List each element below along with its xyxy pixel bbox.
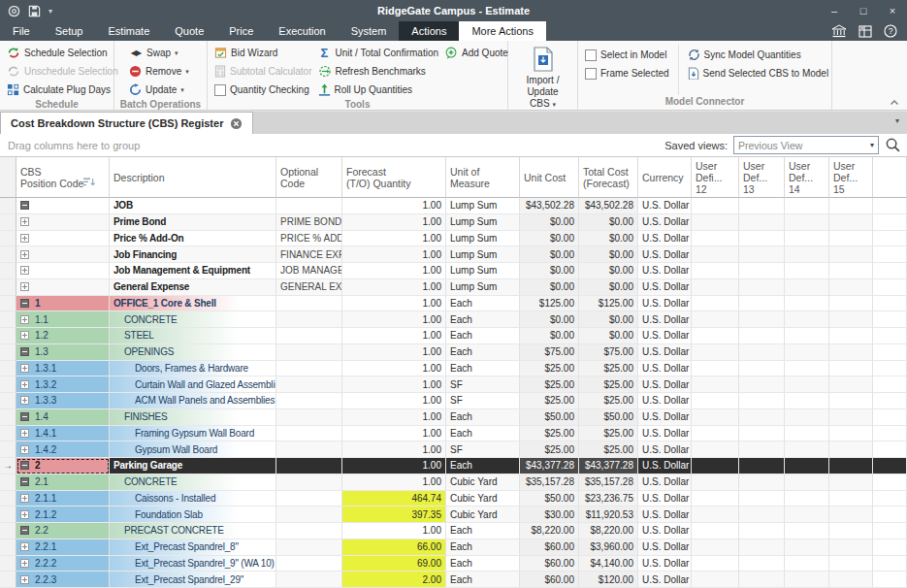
user-def-15-cell[interactable] (829, 311, 873, 328)
user-def-13-cell[interactable] (739, 409, 785, 426)
row-indicator-cell[interactable] (0, 344, 16, 361)
user-def-14-cell[interactable] (785, 231, 829, 247)
user-def-15-cell[interactable] (829, 523, 873, 539)
optional-code-cell[interactable]: JOB MANAGEM... (276, 263, 342, 279)
collapse-icon[interactable] (20, 201, 29, 210)
column-header-description[interactable]: Description (110, 157, 276, 198)
expand-icon[interactable] (20, 542, 29, 551)
quick-access-caret-icon[interactable]: ▾ (49, 7, 52, 16)
column-header-unit_cost[interactable]: Unit Cost (520, 157, 579, 198)
currency-cell[interactable]: U.S. Dollar (638, 361, 692, 377)
user-def-12-cell[interactable] (692, 263, 739, 279)
total-cost-cell[interactable]: $11,920.53 (579, 506, 638, 523)
user-def-14-cell[interactable] (785, 214, 829, 231)
total-cost-cell[interactable]: $0.00 (579, 246, 638, 263)
user-def-15-cell[interactable] (829, 361, 873, 377)
cbs-code-cell[interactable]: 2 (16, 458, 110, 474)
user-def-15-cell[interactable] (829, 556, 873, 572)
user-def-13-cell[interactable] (739, 523, 785, 539)
currency-cell[interactable]: U.S. Dollar (638, 458, 692, 474)
unit-cost-cell[interactable]: $0.00 (520, 311, 579, 328)
cbs-code-cell[interactable] (16, 263, 110, 279)
row-indicator-cell[interactable] (0, 231, 16, 247)
forecast-quantity-cell[interactable]: 1.00 (342, 474, 446, 491)
column-header-optional_code[interactable]: Optional Code (276, 157, 342, 198)
optional-code-cell[interactable] (276, 328, 342, 344)
total-cost-cell[interactable]: $0.00 (579, 328, 638, 344)
cbs-code-cell[interactable]: 1.3.3 (16, 393, 110, 409)
user-def-15-cell[interactable] (829, 263, 873, 279)
description-cell[interactable]: Caissons - Installed (110, 491, 276, 507)
user-def-13-cell[interactable] (739, 231, 785, 247)
total-cost-cell[interactable]: $43,377.28 (579, 458, 638, 474)
total-cost-cell[interactable]: $0.00 (579, 311, 638, 328)
user-def-13-cell[interactable] (739, 296, 785, 312)
expand-icon[interactable] (20, 396, 29, 405)
currency-cell[interactable]: U.S. Dollar (638, 556, 692, 572)
menu-tab-setup[interactable]: Setup (43, 21, 96, 41)
currency-cell[interactable]: U.S. Dollar (638, 263, 692, 279)
minimize-button[interactable]: – (820, 0, 849, 21)
save-icon[interactable] (28, 5, 41, 17)
unit-of-measure-cell[interactable]: SF (446, 441, 520, 458)
optional-code-cell[interactable]: PRIME BOND (276, 214, 342, 231)
unit-cost-cell[interactable]: $25.00 (520, 393, 579, 409)
optional-code-cell[interactable] (276, 393, 342, 409)
cbs-code-cell[interactable]: 2.1 (16, 474, 110, 491)
user-def-14-cell[interactable] (785, 441, 829, 458)
currency-cell[interactable]: U.S. Dollar (638, 231, 692, 247)
user-def-12-cell[interactable] (692, 572, 739, 588)
collapse-icon[interactable] (20, 477, 29, 486)
user-def-12-cell[interactable] (692, 523, 739, 539)
cbs-code-cell[interactable]: 2.2 (16, 523, 110, 539)
cbs-code-cell[interactable]: 2.2.2 (16, 556, 110, 572)
optional-code-cell[interactable] (276, 409, 342, 426)
description-cell[interactable]: Parking Garage (110, 458, 276, 474)
subtotal-calculator-button[interactable]: Subtotal Calculator (211, 63, 315, 80)
unit-cost-cell[interactable]: $25.00 (520, 426, 579, 442)
unit-of-measure-cell[interactable]: SF (446, 376, 520, 393)
unit-of-measure-cell[interactable]: Each (446, 361, 520, 377)
unit-cost-cell[interactable]: $30.00 (520, 506, 579, 523)
unit-of-measure-cell[interactable]: Cubic Yard (446, 506, 520, 523)
ribbon-collapse-button[interactable] (890, 99, 899, 106)
currency-cell[interactable]: U.S. Dollar (638, 296, 692, 312)
unit-cost-cell[interactable]: $50.00 (520, 491, 579, 507)
row-indicator-cell[interactable] (0, 441, 16, 458)
row-indicator-cell[interactable] (0, 311, 16, 328)
currency-cell[interactable]: U.S. Dollar (638, 474, 692, 491)
total-cost-cell[interactable]: $43,502.28 (579, 198, 638, 214)
user-def-13-cell[interactable] (739, 441, 785, 458)
row-indicator-cell[interactable] (0, 426, 16, 442)
unit-of-measure-cell[interactable]: Lump Sum (446, 263, 520, 279)
user-def-13-cell[interactable] (739, 263, 785, 279)
user-def-12-cell[interactable] (692, 539, 739, 556)
cbs-code-cell[interactable]: 1.2 (16, 328, 110, 344)
row-indicator-cell[interactable] (0, 491, 16, 507)
currency-cell[interactable]: U.S. Dollar (638, 441, 692, 458)
user-def-14-cell[interactable] (785, 572, 829, 588)
expand-icon[interactable] (20, 494, 29, 503)
unit-of-measure-cell[interactable]: Lump Sum (446, 214, 520, 231)
user-def-15-cell[interactable] (829, 426, 873, 442)
unit-of-measure-cell[interactable]: Each (446, 296, 520, 312)
cbs-code-cell[interactable]: 2.1.2 (16, 506, 110, 523)
unit-of-measure-cell[interactable]: Lump Sum (446, 198, 520, 214)
currency-cell[interactable]: U.S. Dollar (638, 328, 692, 344)
optional-code-cell[interactable] (276, 426, 342, 442)
forecast-quantity-cell[interactable]: 1.00 (342, 311, 446, 328)
column-header-user_def_14[interactable]: User Def... 14 (785, 157, 829, 198)
description-cell[interactable]: Ext_Precast Spandrel_29" (110, 572, 276, 588)
user-def-15-cell[interactable] (829, 296, 873, 312)
frame-selected-checkbox[interactable]: Frame Selected (582, 65, 672, 82)
total-cost-cell[interactable]: $50.00 (579, 409, 638, 426)
user-def-14-cell[interactable] (785, 491, 829, 507)
currency-cell[interactable]: U.S. Dollar (638, 214, 692, 231)
unschedule-selection-button[interactable]: Unschedule Selection (4, 63, 121, 80)
schedule-selection-button[interactable]: Schedule Selection (4, 45, 121, 61)
column-header-user_def_15[interactable]: User Def... 15 (829, 157, 873, 198)
row-indicator-cell[interactable] (0, 376, 16, 393)
row-indicator-cell[interactable] (0, 263, 16, 279)
description-cell[interactable]: General Expense (110, 279, 276, 296)
description-cell[interactable]: Framing Gypsum Wall Board (110, 426, 276, 442)
